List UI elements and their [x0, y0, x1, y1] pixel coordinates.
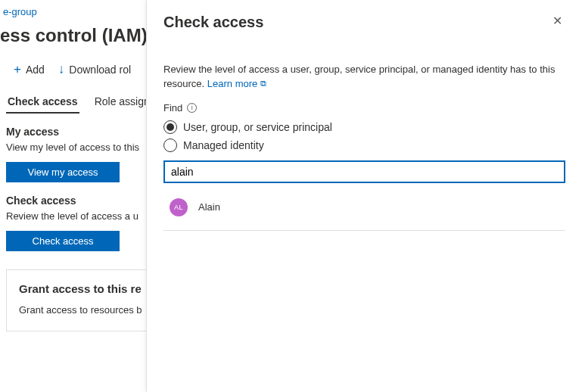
- download-label: Download rol: [69, 64, 131, 76]
- info-icon[interactable]: i: [187, 103, 197, 113]
- close-button[interactable]: ✕: [549, 14, 565, 29]
- avatar: AL: [170, 198, 188, 216]
- result-item[interactable]: AL Alain: [163, 194, 565, 221]
- radio-icon: [163, 138, 177, 152]
- radio-label: User, group, or service principal: [183, 121, 332, 133]
- find-label-text: Find: [163, 102, 182, 114]
- principal-search-input[interactable]: [163, 160, 565, 183]
- view-my-access-button[interactable]: View my access: [6, 162, 120, 182]
- results-divider: [163, 230, 565, 231]
- close-icon: ✕: [552, 14, 562, 27]
- learn-more-text: Learn more: [207, 78, 257, 89]
- find-radio-group: User, group, or service principal Manage…: [163, 118, 565, 154]
- tab-role-assignments[interactable]: Role assign: [93, 91, 151, 114]
- download-button[interactable]: ↓ Download rol: [58, 63, 131, 76]
- add-button[interactable]: + Add: [14, 63, 45, 76]
- radio-user-group-sp[interactable]: User, group, or service principal: [163, 118, 565, 136]
- plus-icon: +: [14, 63, 21, 76]
- search-results: AL Alain: [163, 194, 565, 231]
- check-access-flyout: Check access ✕ Review the level of acces…: [146, 0, 582, 392]
- flyout-title: Check access: [163, 14, 263, 31]
- radio-label: Managed identity: [183, 139, 264, 151]
- flyout-description: Review the level of access a user, group…: [163, 63, 565, 92]
- add-label: Add: [26, 64, 45, 76]
- tab-check-access[interactable]: Check access: [6, 91, 79, 114]
- radio-managed-identity[interactable]: Managed identity: [163, 136, 565, 154]
- radio-icon: [163, 120, 177, 134]
- check-access-button[interactable]: Check access: [6, 231, 120, 251]
- external-link-icon: ⧉: [260, 78, 266, 90]
- breadcrumb-link[interactable]: e-group: [3, 6, 37, 17]
- result-name: Alain: [198, 201, 220, 213]
- find-label: Find i: [163, 102, 565, 114]
- download-icon: ↓: [58, 63, 65, 76]
- learn-more-link[interactable]: Learn more ⧉: [207, 78, 266, 89]
